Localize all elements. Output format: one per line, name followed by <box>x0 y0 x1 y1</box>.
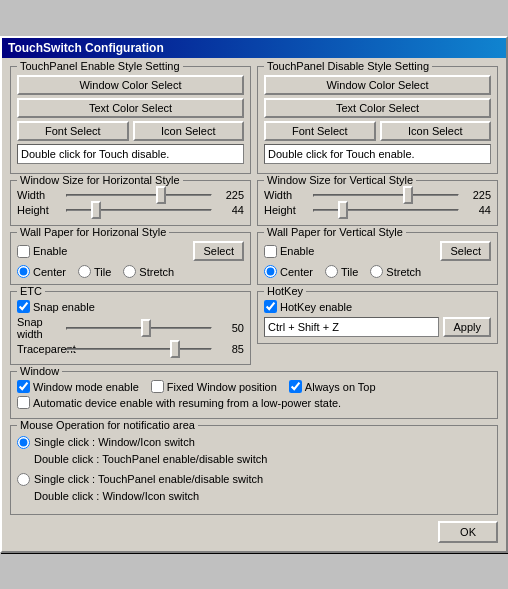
vert-tile-radio[interactable]: Tile <box>325 265 358 278</box>
window-group-label: Window <box>17 365 62 377</box>
vert-wallpaper-enable[interactable]: Enable <box>264 245 436 258</box>
horiz-center-radio[interactable]: Center <box>17 265 66 278</box>
snap-width-slider-line <box>66 327 212 330</box>
horiz-wallpaper-select-btn[interactable]: Select <box>193 241 244 261</box>
ok-button[interactable]: OK <box>438 521 498 543</box>
horiz-wallpaper-label: Wall Paper for Horizonal Style <box>17 226 169 238</box>
horiz-stretch-label: Stretch <box>139 266 174 278</box>
always-on-top[interactable]: Always on Top <box>289 380 376 393</box>
vert-height-slider-line <box>313 209 459 212</box>
horiz-center-radio-input[interactable] <box>17 265 30 278</box>
mouse-op-radio-2[interactable] <box>17 473 30 486</box>
horiz-width-track <box>66 194 212 197</box>
enable-touch-text[interactable] <box>17 144 244 164</box>
hotkey-input[interactable] <box>264 317 439 337</box>
vert-wallpaper-enable-checkbox[interactable] <box>264 245 277 258</box>
fixed-position-checkbox[interactable] <box>151 380 164 393</box>
vert-wallpaper-enable-label: Enable <box>280 245 314 257</box>
horiz-wallpaper-enable[interactable]: Enable <box>17 245 189 258</box>
auto-device-enable[interactable]: Automatic device enable with resuming fr… <box>17 396 341 409</box>
disable-icon-select-btn[interactable]: Icon Select <box>380 121 492 141</box>
disable-window-color-btn[interactable]: Window Color Select <box>264 75 491 95</box>
enable-text-color-btn[interactable]: Text Color Select <box>17 98 244 118</box>
horiz-width-slider-line <box>66 194 212 197</box>
auto-device-enable-checkbox[interactable] <box>17 396 30 409</box>
vert-tile-label: Tile <box>341 266 358 278</box>
vert-width-thumb[interactable] <box>403 186 413 204</box>
horiz-height-slider-line <box>66 209 212 212</box>
disable-style-group: TouchPanel Disable Style Setting Window … <box>257 66 498 174</box>
fixed-position-label: Fixed Window position <box>167 381 277 393</box>
vert-width-slider-line <box>313 194 459 197</box>
horiz-wallpaper-enable-label: Enable <box>33 245 67 257</box>
traceparent-thumb[interactable] <box>170 340 180 358</box>
horiz-width-thumb[interactable] <box>156 186 166 204</box>
vert-center-label: Center <box>280 266 313 278</box>
disable-touch-text[interactable] <box>264 144 491 164</box>
mouse-op-label: Mouse Operation for notificatio area <box>17 419 198 431</box>
snap-width-thumb[interactable] <box>141 319 151 337</box>
horiz-center-label: Center <box>33 266 66 278</box>
mouse-op-radio-1[interactable] <box>17 436 30 449</box>
horiz-height-track <box>66 209 212 212</box>
window-group: Window Window mode enable Fixed Window p… <box>10 371 498 419</box>
hotkey-enable-row[interactable]: HotKey enable <box>264 300 352 313</box>
vert-center-radio[interactable]: Center <box>264 265 313 278</box>
fixed-position[interactable]: Fixed Window position <box>151 380 277 393</box>
mouse-op-2-line2: Double click : Window/Icon switch <box>34 490 199 502</box>
horiz-height-value: 44 <box>216 204 244 216</box>
window-mode-enable[interactable]: Window mode enable <box>17 380 139 393</box>
mouse-op-group: Mouse Operation for notificatio area Sin… <box>10 425 498 515</box>
hotkey-enable-checkbox[interactable] <box>264 300 277 313</box>
traceparent-slider-line <box>66 348 212 351</box>
disable-text-color-btn[interactable]: Text Color Select <box>264 98 491 118</box>
window-mode-enable-checkbox[interactable] <box>17 380 30 393</box>
always-on-top-checkbox[interactable] <box>289 380 302 393</box>
vert-tile-radio-input[interactable] <box>325 265 338 278</box>
vert-size-label: Window Size for Vertical Style <box>264 174 416 186</box>
window-title: TouchSwitch Configuration <box>8 41 164 55</box>
vert-height-value: 44 <box>463 204 491 216</box>
vert-height-track <box>313 209 459 212</box>
vert-wallpaper-label: Wall Paper for Vertical Style <box>264 226 406 238</box>
horiz-width-value: 225 <box>216 189 244 201</box>
snap-enable-checkbox[interactable] <box>17 300 30 313</box>
vert-width-track <box>313 194 459 197</box>
snap-enable-checkbox-row[interactable]: Snap enable <box>17 300 95 313</box>
always-on-top-label: Always on Top <box>305 381 376 393</box>
horiz-tile-label: Tile <box>94 266 111 278</box>
enable-style-label: TouchPanel Enable Style Setting <box>17 60 183 72</box>
disable-style-label: TouchPanel Disable Style Setting <box>264 60 432 72</box>
vert-height-thumb[interactable] <box>338 201 348 219</box>
hotkey-enable-label: HotKey enable <box>280 301 352 313</box>
snap-width-track <box>66 327 212 330</box>
snap-width-value: 50 <box>216 322 244 334</box>
traceparent-track <box>66 348 212 351</box>
vert-stretch-radio[interactable]: Stretch <box>370 265 421 278</box>
hotkey-apply-btn[interactable]: Apply <box>443 317 491 337</box>
horiz-size-group: Window Size for Horizontal Style Width 2… <box>10 180 251 226</box>
vert-wallpaper-select-btn[interactable]: Select <box>440 241 491 261</box>
vert-height-label: Height <box>264 204 309 216</box>
traceparent-value: 85 <box>216 343 244 355</box>
horiz-tile-radio-input[interactable] <box>78 265 91 278</box>
disable-font-select-btn[interactable]: Font Select <box>264 121 376 141</box>
enable-window-color-btn[interactable]: Window Color Select <box>17 75 244 95</box>
mouse-op-desc-2: Single click : TouchPanel enable/disable… <box>34 471 263 504</box>
horiz-wallpaper-group: Wall Paper for Horizonal Style Enable Se… <box>10 232 251 285</box>
horiz-size-label: Window Size for Horizontal Style <box>17 174 183 186</box>
auto-device-enable-label: Automatic device enable with resuming fr… <box>33 397 341 409</box>
vert-center-radio-input[interactable] <box>264 265 277 278</box>
vert-stretch-label: Stretch <box>386 266 421 278</box>
horiz-tile-radio[interactable]: Tile <box>78 265 111 278</box>
horiz-height-thumb[interactable] <box>91 201 101 219</box>
horiz-stretch-radio[interactable]: Stretch <box>123 265 174 278</box>
horiz-wallpaper-enable-checkbox[interactable] <box>17 245 30 258</box>
vert-stretch-radio-input[interactable] <box>370 265 383 278</box>
enable-icon-select-btn[interactable]: Icon Select <box>133 121 245 141</box>
hotkey-label: HotKey <box>264 285 306 297</box>
horiz-stretch-radio-input[interactable] <box>123 265 136 278</box>
mouse-op-desc-1: Single click : Window/Icon switch Double… <box>34 434 267 467</box>
enable-style-group: TouchPanel Enable Style Setting Window C… <box>10 66 251 174</box>
enable-font-select-btn[interactable]: Font Select <box>17 121 129 141</box>
